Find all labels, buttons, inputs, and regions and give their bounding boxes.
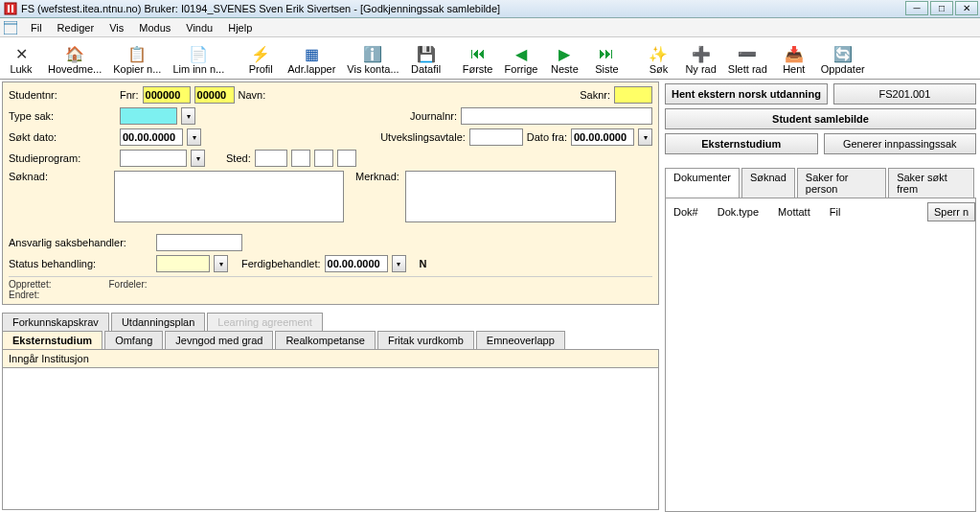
tab-realkompetanse[interactable]: Realkompetanse [275,331,376,349]
rtab-saker-sokt-frem[interactable]: Saker søkt frem [888,168,974,198]
window-close-button[interactable]: ✕ [955,1,978,15]
tb-slettrad[interactable]: ➖Slett rad [722,37,773,79]
tb-viskonta[interactable]: ℹ️Vis konta... [341,37,404,79]
tb-siste[interactable]: ⏭Siste [585,37,627,79]
menu-vis[interactable]: Vis [102,20,131,35]
menu-rediger[interactable]: Rediger [50,20,103,35]
journalnr-label: Journalnr: [352,110,457,122]
tab-eksternstudium[interactable]: Eksternstudium [2,331,103,349]
tb-hent[interactable]: 📥Hent [773,37,815,79]
sted-input-3[interactable] [314,150,333,167]
ferdig-dato-input[interactable] [325,255,388,272]
status-input[interactable] [156,255,210,272]
sokt-dato-dropdown[interactable]: ▾ [187,128,201,146]
right-list-panel: Dok# Dok.type Mottatt Fil Sperr n [665,198,976,512]
tb-kopier-label: Kopier n... [113,63,161,75]
tab-eksternstudium-label: Eksternstudium [12,335,92,346]
lightning-icon: ⚡ [251,44,270,63]
sokt-dato-input[interactable] [120,128,183,146]
dato-fra-dropdown[interactable]: ▾ [638,128,652,146]
btn-hent-ekstern[interactable]: Hent ekstern norsk utdanning [665,83,828,105]
soknad-textarea[interactable] [114,171,344,222]
prev-icon: ◀ [515,44,527,63]
btn-eksternstudium[interactable]: Eksternstudium [665,133,818,154]
sokt-dato-label: Søkt dato: [9,131,114,143]
journalnr-input[interactable] [461,107,652,125]
tb-sok[interactable]: ✨Søk [637,37,679,79]
tb-hovedme-label: Hovedme... [48,63,102,75]
window-maximize-button[interactable]: □ [930,1,953,15]
btn-fs201[interactable]: FS201.001 [833,83,976,105]
status-label: Status behandling: [9,258,152,269]
disk-icon: 💾 [417,44,436,63]
tb-oppdater-label: Oppdater [821,63,865,75]
tab-utdanningsplan[interactable]: Utdanningsplan [111,313,205,331]
merknad-textarea[interactable] [405,171,616,222]
sted-input-2[interactable] [291,150,310,167]
studieprogram-input[interactable] [120,150,187,167]
copy-icon: 📋 [127,44,147,63]
form-panel: Studentnr: Fnr: Navn: Saknr: Type sak: ▾… [2,81,659,305]
tb-forrige-label: Forrige [505,63,538,75]
tab-jevngod[interactable]: Jevngod med grad [165,331,273,349]
tb-liminn[interactable]: 📄Lim inn n... [167,37,230,79]
tab-fritak[interactable]: Fritak vurdkomb [377,331,474,349]
tb-forrige[interactable]: ◀Forrige [499,37,544,79]
tb-oppdater[interactable]: 🔄Oppdater [815,37,871,79]
tb-datafil[interactable]: 💾Datafil [405,37,447,79]
tab-omfang[interactable]: Omfang [104,331,163,349]
rtab-dokumenter[interactable]: Dokumenter [665,168,740,198]
rtab-soknad[interactable]: Søknad [741,168,795,198]
type-sak-dropdown[interactable]: ▾ [181,107,195,125]
btn-student-samlebilde[interactable]: Student samlebilde [665,108,976,129]
saknr-input[interactable] [614,86,652,104]
menu-modus[interactable]: Modus [131,20,178,35]
type-sak-input[interactable] [120,107,177,125]
type-sak-label: Type sak: [9,110,114,122]
wand-icon: ✨ [649,44,668,63]
window-title: FS (wefstest.itea.ntnu.no) Bruker: I0194… [21,3,500,14]
ansvarlig-label: Ansvarlig saksbehandler: [9,237,152,248]
tb-hovedmeny[interactable]: 🏠Hovedme... [42,37,107,79]
rtab-saker-person[interactable]: Saker for person [797,168,886,198]
sted-input-4[interactable] [337,150,356,167]
tab-learning-agreement[interactable]: Learning agreement [207,313,322,331]
col-mottatt: Mottatt [778,206,810,218]
btn-sperr[interactable]: Sperr n [927,202,975,221]
app-icon [4,2,17,15]
ansvarlig-input[interactable] [156,234,242,251]
menu-hjelp[interactable]: Hjelp [220,20,260,35]
menu-fil[interactable]: Fil [23,20,50,35]
studentnr-label: Studentnr: [9,89,114,101]
lower-tabstrip: Eksternstudium Omfang Jevngod med grad R… [2,331,659,349]
tb-viskonta-label: Vis konta... [347,63,399,75]
tb-lukk[interactable]: ✕Lukk [0,37,42,79]
studieprogram-dropdown[interactable]: ▾ [191,150,205,167]
fetch-icon: 📥 [785,44,804,63]
tb-adrlapper[interactable]: ▦Adr.lapper [282,37,341,79]
fnr1-input[interactable] [143,86,191,104]
window-titlebar: FS (wefstest.itea.ntnu.no) Bruker: I0194… [0,0,980,18]
dato-fra-label: Dato fra: [527,131,567,143]
tb-nyrad-label: Ny rad [685,63,716,75]
delete-row-icon: ➖ [738,44,757,63]
navn-label: Navn: [239,89,266,101]
ferdig-dato-dropdown[interactable]: ▾ [392,255,406,272]
mdi-window-icon[interactable] [4,21,17,35]
menu-vindu[interactable]: Vindu [178,20,220,35]
tb-neste[interactable]: ▶Neste [543,37,585,79]
fnr2-input[interactable] [194,86,235,104]
tab-forkunnskapskrav[interactable]: Forkunnskapskrav [2,313,109,331]
status-dropdown[interactable]: ▾ [214,255,228,272]
tb-nyrad[interactable]: ➕Ny rad [679,37,721,79]
tb-forste[interactable]: ⏮Første [457,37,499,79]
tb-slettrad-label: Slett rad [728,63,767,75]
dato-fra-input[interactable] [571,128,634,146]
sted-input-1[interactable] [255,150,287,167]
tb-kopier[interactable]: 📋Kopier n... [107,37,167,79]
tab-emneoverlapp[interactable]: Emneoverlapp [476,331,565,349]
tb-profil[interactable]: ⚡Profil [239,37,282,79]
utveksl-input[interactable] [469,128,523,146]
btn-generer-innpassingssak[interactable]: Generer innpassingssak [824,133,977,154]
window-minimize-button[interactable]: ─ [905,1,928,15]
